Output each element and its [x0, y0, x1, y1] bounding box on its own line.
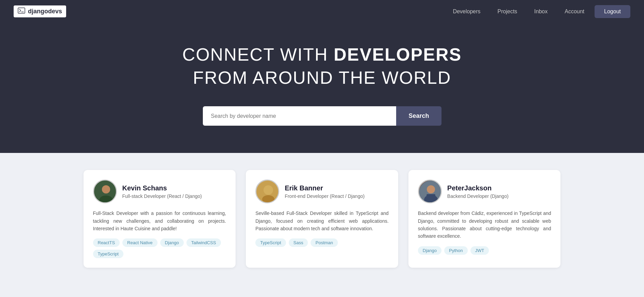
tag-0-3[interactable]: TailwindCSS	[186, 238, 221, 247]
avatar-2	[418, 179, 442, 203]
card-header-0: Kevin Schans Full-stack Developer (React…	[93, 179, 226, 203]
hero-title-line2: FROM AROUND THE WORLD	[193, 68, 451, 88]
cards-grid: Kevin Schans Full-stack Developer (React…	[84, 170, 561, 268]
dev-role-2: Backend Developer (Django)	[447, 193, 509, 199]
dev-name-1: Erik Banner	[285, 184, 364, 192]
search-bar: Search	[203, 106, 441, 126]
tag-0-2[interactable]: Django	[160, 238, 184, 247]
dev-info-0: Kevin Schans Full-stack Developer (React…	[122, 184, 202, 199]
logo-text: djangodevs	[28, 8, 62, 15]
tags-1: TypeScript Sass Postman	[255, 238, 389, 247]
developer-card-2: PeterJackson Backend Developer (Django) …	[408, 170, 561, 268]
dev-role-0: Full-stack Developer (React / Django)	[122, 193, 202, 199]
tag-2-1[interactable]: Python	[444, 246, 467, 255]
svg-point-10	[427, 185, 435, 193]
nav-inbox[interactable]: Inbox	[534, 9, 548, 15]
dev-bio-1: Seville-based Full-Stack Developer skill…	[255, 209, 389, 232]
nav-account[interactable]: Account	[565, 9, 584, 15]
hero-title-line1: CONNECT WITH DEVELOPERS	[182, 45, 462, 64]
avatar-0	[93, 179, 117, 203]
dev-info-1: Erik Banner Front-end Developer (React /…	[285, 184, 364, 199]
tag-2-0[interactable]: Django	[418, 246, 441, 255]
developers-section: Kevin Schans Full-stack Developer (React…	[0, 153, 644, 297]
logo-icon	[18, 7, 25, 15]
hero-title: CONNECT WITH DEVELOPERS FROM AROUND THE …	[182, 43, 462, 89]
hero-section: CONNECT WITH DEVELOPERS FROM AROUND THE …	[0, 23, 644, 153]
dev-role-1: Front-end Developer (React / Django)	[285, 193, 364, 199]
dev-bio-2: Backend developer from Cádiz, experience…	[418, 209, 551, 240]
tag-1-2[interactable]: Postman	[311, 238, 338, 247]
dev-name-2: PeterJackson	[447, 184, 509, 192]
nav-developers[interactable]: Developers	[453, 9, 480, 15]
developer-card-0: Kevin Schans Full-stack Developer (React…	[84, 170, 236, 268]
tags-2: Django Python JWT	[418, 246, 551, 255]
svg-point-5	[102, 185, 110, 193]
tags-0: ReactTS React Native Django TailwindCSS …	[93, 238, 226, 258]
navbar-links: Developers Projects Inbox Account	[453, 9, 584, 15]
navbar: djangodevs Developers Projects Inbox Acc…	[0, 0, 644, 23]
card-header-1: Erik Banner Front-end Developer (React /…	[255, 179, 389, 203]
search-input[interactable]	[203, 106, 396, 126]
tag-2-2[interactable]: JWT	[470, 246, 489, 255]
developer-card-1: Erik Banner Front-end Developer (React /…	[246, 170, 398, 268]
site-logo[interactable]: djangodevs	[14, 5, 66, 17]
logout-button[interactable]: Logout	[595, 5, 630, 18]
search-button[interactable]: Search	[396, 106, 441, 126]
hero-title-bold: DEVELOPERS	[334, 45, 462, 64]
tag-0-4[interactable]: TypeScript	[93, 250, 123, 258]
tag-0-1[interactable]: React Native	[122, 238, 157, 247]
avatar-1	[255, 179, 279, 203]
svg-rect-12	[426, 194, 435, 199]
dev-name-0: Kevin Schans	[122, 184, 202, 192]
dev-bio-0: Full-Stack Developer with a passion for …	[93, 209, 226, 232]
tag-1-0[interactable]: TypeScript	[255, 238, 286, 247]
svg-point-8	[262, 195, 274, 203]
tag-1-1[interactable]: Sass	[289, 238, 308, 247]
tag-0-0[interactable]: ReactTS	[93, 238, 120, 247]
svg-point-7	[264, 185, 273, 195]
dev-info-2: PeterJackson Backend Developer (Django)	[447, 184, 509, 199]
card-header-2: PeterJackson Backend Developer (Django)	[418, 179, 551, 203]
nav-projects[interactable]: Projects	[497, 9, 517, 15]
svg-rect-0	[18, 8, 25, 13]
